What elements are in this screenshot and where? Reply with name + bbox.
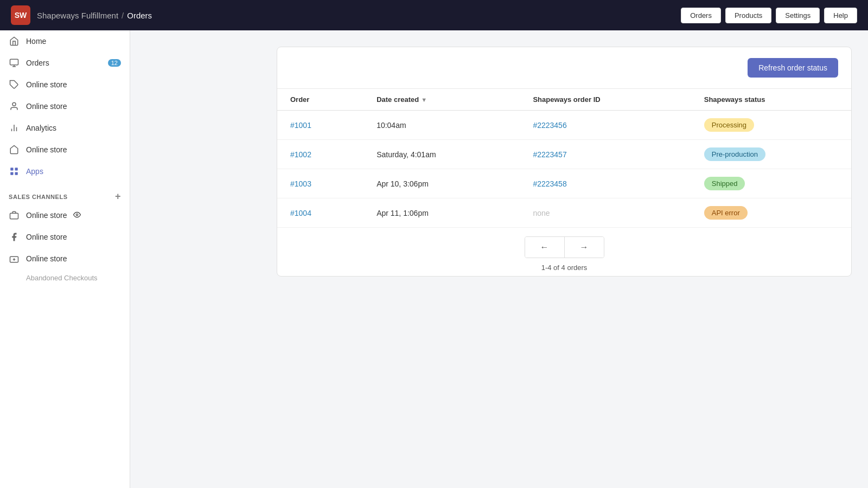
status-cell: Processing xyxy=(691,111,851,140)
sidebar-item-home-label: Home xyxy=(26,37,46,46)
svg-rect-9 xyxy=(15,168,18,170)
orders-card: Refresh order status Order Date created▼… xyxy=(277,47,852,277)
sidebar-item-apps[interactable]: Apps xyxy=(0,160,130,182)
date-cell: 10:04am xyxy=(363,111,520,140)
table-row: #1003 Apr 10, 3:06pm #2223458 Shipped xyxy=(277,169,851,198)
add-sales-channel-icon[interactable]: + xyxy=(115,191,121,202)
sidebar-item-online-store-label-5: Online store xyxy=(26,145,67,154)
sidebar-sales-online-store[interactable]: Online store xyxy=(0,204,130,226)
prev-page-button[interactable]: ← xyxy=(525,237,564,258)
orders-icon xyxy=(9,57,20,68)
orders-nav-button[interactable]: Orders xyxy=(681,8,721,23)
shapeways-id-cell[interactable]: #2223456 xyxy=(520,111,691,140)
status-badge: Pre-production xyxy=(704,147,765,161)
facebook-store-label: Online store xyxy=(26,233,67,241)
order-id-cell[interactable]: #1003 xyxy=(277,169,363,198)
sidebar-item-analytics-label: Analytics xyxy=(26,124,56,132)
eye-icon[interactable] xyxy=(73,211,81,220)
orders-badge: 12 xyxy=(108,59,121,67)
svg-rect-8 xyxy=(10,168,13,170)
col-date[interactable]: Date created▼ xyxy=(363,89,520,111)
person-icon xyxy=(9,101,20,112)
sidebar-item-settings[interactable]: Settings xyxy=(0,486,130,488)
sidebar-item-analytics[interactable]: Analytics xyxy=(0,117,130,139)
pagination-info: 1-4 of 4 orders xyxy=(541,264,588,272)
sidebar-item-online-store-label-1: Online store xyxy=(26,80,67,89)
top-nav: SW Shapeways Fulfillment / Orders Orders… xyxy=(0,0,868,30)
main-content: Refresh order status Order Date created▼… xyxy=(260,30,868,488)
orders-table: Order Date created▼ Shapeways order ID S… xyxy=(277,89,851,228)
sales-channels-header: SALES CHANNELS + xyxy=(0,182,130,204)
online-store-icon xyxy=(9,210,20,221)
col-order: Order xyxy=(277,89,363,111)
status-cell: Shipped xyxy=(691,169,851,198)
shapeways-id-cell: none xyxy=(520,198,691,228)
status-cell: Pre-production xyxy=(691,140,851,169)
col-shapeways-id: Shapeways order ID xyxy=(520,89,691,111)
facebook-icon xyxy=(9,232,20,242)
app-logo: SW xyxy=(11,5,30,25)
status-badge: Shipped xyxy=(704,177,745,190)
sidebar-item-home[interactable]: Home xyxy=(0,30,130,52)
sidebar-plus-store[interactable]: Online store xyxy=(0,248,130,269)
status-cell: API error xyxy=(691,198,851,228)
pagination-area: ← → 1-4 of 4 orders xyxy=(277,228,851,276)
next-page-button[interactable]: → xyxy=(564,237,604,258)
home-icon xyxy=(9,36,20,47)
sidebar-item-apps-label: Apps xyxy=(26,167,43,176)
refresh-order-status-button[interactable]: Refresh order status xyxy=(748,58,838,78)
breadcrumb: Shapeways Fulfillment / Orders xyxy=(37,11,152,20)
pagination-buttons: ← → xyxy=(525,236,604,258)
help-nav-button[interactable]: Help xyxy=(824,8,857,23)
card-header: Refresh order status xyxy=(277,47,851,89)
date-cell: Saturday, 4:01am xyxy=(363,140,520,169)
order-id-cell[interactable]: #1001 xyxy=(277,111,363,140)
sidebar-item-online-store-tag[interactable]: Online store xyxy=(0,74,130,95)
store-icon xyxy=(9,144,20,155)
order-id-cell[interactable]: #1002 xyxy=(277,140,363,169)
date-cell: Apr 11, 1:06pm xyxy=(363,198,520,228)
apps-icon xyxy=(9,166,20,177)
status-badge: API error xyxy=(704,206,748,220)
sidebar-item-online-store-person[interactable]: Online store xyxy=(0,95,130,117)
settings-nav-button[interactable]: Settings xyxy=(776,8,820,23)
sidebar-abandoned-checkouts[interactable]: Abandoned Checkouts xyxy=(0,269,130,286)
products-nav-button[interactable]: Products xyxy=(725,8,771,23)
svg-rect-10 xyxy=(10,172,13,175)
sidebar-item-orders-label: Orders xyxy=(26,59,49,67)
sidebar-item-online-store-label-2: Online store xyxy=(26,102,67,111)
svg-rect-11 xyxy=(15,172,18,175)
svg-point-13 xyxy=(76,214,79,216)
table-row: #1002 Saturday, 4:01am #2223457 Pre-prod… xyxy=(277,140,851,169)
plus-store-icon xyxy=(9,253,20,264)
shapeways-id-cell[interactable]: #2223457 xyxy=(520,140,691,169)
table-row: #1004 Apr 11, 1:06pm none API error xyxy=(277,198,851,228)
topnav-buttons: Orders Products Settings Help xyxy=(681,8,857,23)
sales-online-store-label: Online store xyxy=(26,211,67,220)
chart-icon xyxy=(9,123,20,133)
table-row: #1001 10:04am #2223456 Processing xyxy=(277,111,851,140)
shapeways-id-cell[interactable]: #2223458 xyxy=(520,169,691,198)
sidebar-item-orders[interactable]: Orders 12 xyxy=(0,52,130,74)
svg-rect-0 xyxy=(10,59,18,65)
plus-store-label: Online store xyxy=(26,254,67,263)
sidebar-item-online-store-5[interactable]: Online store xyxy=(0,139,130,160)
tag-icon xyxy=(9,79,20,90)
col-shapeways-status: Shapeways status xyxy=(691,89,851,111)
sidebar-facebook-store[interactable]: Online store xyxy=(0,226,130,248)
status-badge: Processing xyxy=(704,118,754,132)
date-cell: Apr 10, 3:06pm xyxy=(363,169,520,198)
sort-icon: ▼ xyxy=(421,97,427,103)
svg-rect-12 xyxy=(10,213,18,219)
order-id-cell[interactable]: #1004 xyxy=(277,198,363,228)
svg-point-4 xyxy=(12,102,16,106)
